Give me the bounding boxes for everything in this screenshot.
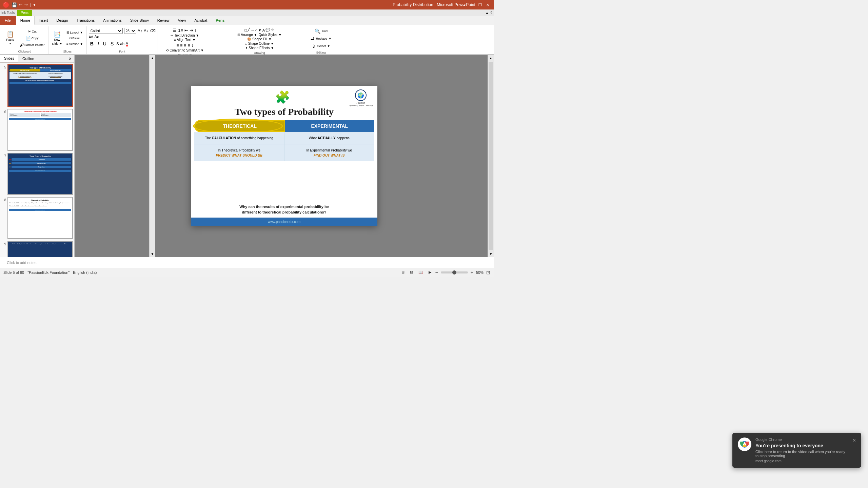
slide-thumb-5[interactable]: 5 Two types of Probability THEORETICAL E… bbox=[1, 64, 73, 107]
line-shape-btn[interactable]: ╱ bbox=[248, 28, 250, 32]
bold-button[interactable]: B bbox=[89, 41, 95, 47]
font-size-select[interactable]: 28 bbox=[124, 28, 136, 34]
bullets-btn[interactable]: ☰ bbox=[173, 28, 177, 33]
slides-label: Slides bbox=[63, 50, 72, 54]
decrease-indent-btn[interactable]: ⇤ bbox=[184, 28, 188, 33]
panel-scroll-up[interactable]: ▲ bbox=[150, 55, 156, 61]
reading-view-btn[interactable]: 📖 bbox=[417, 270, 425, 275]
increase-indent-btn[interactable]: ⇥ bbox=[190, 28, 193, 33]
tab-insert[interactable]: Insert bbox=[35, 16, 53, 25]
align-right-btn[interactable]: ≡ bbox=[184, 43, 186, 48]
select-button[interactable]: ⤸ Select▼ bbox=[311, 43, 332, 49]
shape-effects-btn[interactable]: ✦ Shape Effects ▼ bbox=[245, 46, 274, 50]
main-scroll-down[interactable]: ▼ bbox=[488, 251, 494, 257]
slide-thumb-6[interactable]: 6 Experimental Probability vs Theoretica… bbox=[1, 109, 73, 151]
arrange-btn[interactable]: ⊞ Arrange ▼ bbox=[237, 33, 257, 37]
panel-close-btn[interactable]: × bbox=[66, 55, 74, 62]
align-center-btn[interactable]: ≡ bbox=[180, 43, 182, 48]
tab-acrobat[interactable]: Acrobat bbox=[190, 16, 212, 25]
text-direction-btn[interactable]: ⇔ Text Direction ▼ bbox=[171, 34, 199, 37]
layout-button[interactable]: ⊞Layout▼ bbox=[65, 30, 84, 35]
tab-design[interactable]: Design bbox=[53, 16, 73, 25]
oval-shape-btn[interactable]: ○ bbox=[255, 28, 257, 32]
callout-btn[interactable]: 💬 bbox=[265, 28, 270, 32]
rect-shape-btn[interactable]: □ bbox=[245, 28, 247, 32]
align-left-btn[interactable]: ≡ bbox=[176, 43, 179, 48]
section-button[interactable]: ≡Section▼ bbox=[65, 41, 84, 46]
help-btn[interactable]: ? bbox=[490, 11, 492, 15]
italic-button[interactable]: I bbox=[96, 41, 100, 47]
undo-icon[interactable]: ↩ bbox=[19, 2, 22, 7]
paste-button[interactable]: 📋 Paste ▼ bbox=[3, 30, 17, 46]
shadow-btn[interactable]: S bbox=[116, 42, 119, 46]
line-spacing-btn[interactable]: ↕ bbox=[191, 43, 193, 48]
fit-to-window-btn[interactable]: ⊡ bbox=[486, 270, 490, 275]
redo-icon[interactable]: ↪ bbox=[24, 2, 28, 7]
convert-smartart-btn[interactable]: ⟲ Convert to SmartArt ▼ bbox=[166, 48, 204, 52]
close-btn[interactable]: ✕ bbox=[484, 2, 491, 7]
reset-button[interactable]: ↺Reset bbox=[65, 36, 84, 41]
clipboard-group: 📋 Paste ▼ ✂ Cut 📄 Copy 🖌 Format Painter bbox=[1, 26, 48, 54]
new-slide-button[interactable]: 📑 New Slide ▼ bbox=[51, 30, 64, 46]
clear-format-btn[interactable]: ⌫ bbox=[150, 28, 156, 33]
content-row-2: In Theoretical Probability we PREDICT WH… bbox=[194, 144, 374, 161]
notes-area[interactable]: Click to add notes bbox=[0, 257, 494, 268]
tab-pens[interactable]: Pens bbox=[212, 16, 229, 25]
copy-button[interactable]: 📄 Copy bbox=[18, 35, 46, 41]
tab-file[interactable]: File bbox=[0, 16, 16, 25]
pens-tab[interactable]: Pens bbox=[17, 10, 32, 16]
slide-content-area: The CALCULATION of something happening W… bbox=[194, 132, 374, 215]
arrow-shape-btn[interactable]: → bbox=[251, 28, 254, 32]
slide-thumb-9[interactable]: 9 Find the probability distribution of t… bbox=[1, 241, 73, 257]
customize-icon[interactable]: ▼ bbox=[33, 3, 36, 7]
shape-outline-btn[interactable]: □ Shape Outline ▼ bbox=[245, 42, 274, 45]
zoom-slider[interactable] bbox=[441, 271, 468, 273]
star-btn[interactable]: ☆ bbox=[271, 28, 274, 32]
replace-button[interactable]: ⇄ Replace▼ bbox=[309, 35, 333, 42]
cut-button[interactable]: ✂ Cut bbox=[18, 28, 46, 35]
wordart-btn[interactable]: ab bbox=[120, 42, 124, 46]
tab-slideshow[interactable]: Slide Show bbox=[126, 16, 153, 25]
collapse-ribbon-btn[interactable]: ▲ bbox=[485, 11, 489, 15]
quick-styles-btn[interactable]: Quick Styles ▼ bbox=[258, 33, 281, 37]
shape-fill-btn[interactable]: 🎨 Shape Fill ▼ bbox=[247, 37, 272, 41]
font-shrink-btn[interactable]: A↓ bbox=[144, 28, 149, 33]
font-grow-btn[interactable]: A↑ bbox=[138, 28, 142, 33]
strikethrough-button[interactable]: S bbox=[109, 41, 115, 47]
puzzle-icon: 🧩 bbox=[275, 90, 290, 104]
zoom-plus-btn[interactable]: + bbox=[471, 270, 473, 275]
zoom-minus-btn[interactable]: − bbox=[435, 270, 438, 275]
panel-scroll-down[interactable]: ▼ bbox=[150, 251, 156, 257]
textbox-btn[interactable]: A bbox=[262, 28, 265, 32]
font-case-btn[interactable]: Aa bbox=[94, 35, 99, 39]
justify-btn[interactable]: ≡ bbox=[188, 43, 190, 48]
tab-transitions[interactable]: Transitions bbox=[73, 16, 99, 25]
minimize-btn[interactable]: — bbox=[469, 2, 476, 7]
slideshow-btn[interactable]: ▶ bbox=[427, 270, 433, 275]
normal-view-btn[interactable]: ⊞ bbox=[400, 270, 406, 275]
slide-thumb-8[interactable]: 8 Theoretical Probability Theoretical pr… bbox=[1, 197, 73, 239]
maximize-btn[interactable]: ❐ bbox=[477, 2, 484, 7]
quick-save-icon[interactable]: 💾 bbox=[12, 2, 17, 7]
slide-sorter-btn[interactable]: ⊟ bbox=[409, 270, 414, 275]
underline-button[interactable]: U bbox=[102, 41, 108, 47]
panel-tab-outline[interactable]: Outline bbox=[18, 55, 38, 62]
shape-more-btn[interactable]: ▼ bbox=[258, 28, 262, 32]
tab-view[interactable]: View bbox=[174, 16, 191, 25]
find-button[interactable]: 🔍 Find bbox=[313, 28, 329, 35]
main-scroll-up[interactable]: ▲ bbox=[488, 55, 494, 61]
numbering-btn[interactable]: 1≡ bbox=[178, 28, 183, 33]
slide-header-row: THEORETICAL EXPERIMENTAL bbox=[194, 120, 374, 132]
tab-review[interactable]: Review bbox=[153, 16, 174, 25]
tab-home[interactable]: Home bbox=[16, 16, 35, 25]
char-spacing-btn[interactable]: AV bbox=[89, 35, 93, 39]
font-family-select[interactable]: Calibri bbox=[89, 28, 123, 34]
tab-animations[interactable]: Animations bbox=[99, 16, 126, 25]
col-btn[interactable]: ⫶ bbox=[195, 28, 197, 33]
align-text-btn[interactable]: ≡ Align Text ▼ bbox=[174, 38, 196, 42]
format-painter-button[interactable]: 🖌 Format Painter bbox=[18, 42, 46, 48]
font-color-btn[interactable]: A bbox=[126, 41, 128, 46]
panel-tab-slides[interactable]: Slides bbox=[0, 55, 18, 62]
slide-thumb-7[interactable]: 7 Three Types of Probability ● Theoretic… bbox=[1, 153, 73, 195]
font-label: Font bbox=[119, 50, 125, 54]
